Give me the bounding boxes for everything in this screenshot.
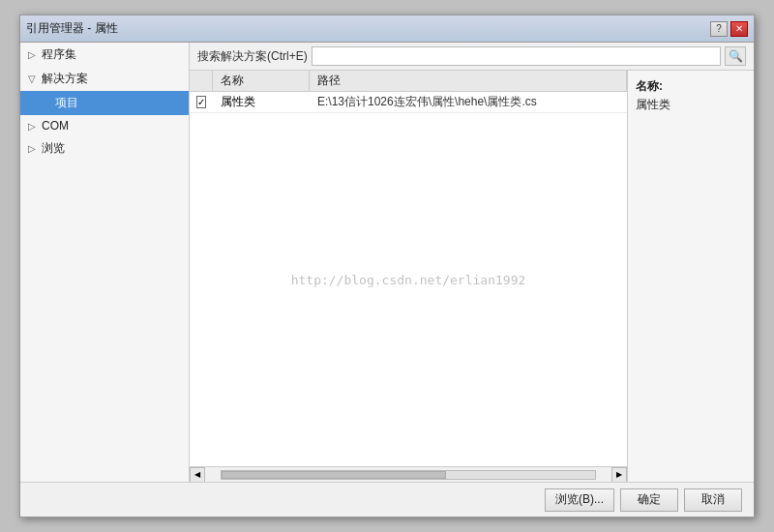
- header-name: 名称: [213, 71, 310, 91]
- watermark: http://blog.csdn.net/erlian1992: [291, 272, 526, 286]
- horizontal-scrollbar[interactable]: ◀ ▶: [190, 466, 627, 482]
- window-title: 引用管理器 - 属性: [26, 20, 118, 37]
- table-header: 名称 路径: [190, 71, 627, 92]
- bottom-bar: 浏览(B)... 确定 取消: [20, 482, 754, 517]
- table-row[interactable]: ✓ 属性类 E:\13信计1026连宏伟\属性\hehe\属性类.cs: [190, 92, 627, 113]
- row-path: E:\13信计1026连宏伟\属性\hehe\属性类.cs: [310, 92, 627, 112]
- close-button[interactable]: ✕: [730, 21, 748, 37]
- tree-label-assemblies: 程序集: [42, 46, 76, 63]
- title-buttons: ? ✕: [710, 21, 748, 37]
- props-name-value: 属性类: [636, 97, 746, 113]
- table-area: 名称 路径 ✓ 属性类 E:\13信计1026连宏伟\属性\hehe\属性类.c…: [190, 71, 628, 482]
- row-name: 属性类: [213, 92, 310, 112]
- arrow-assemblies: ▷: [28, 49, 38, 60]
- row-checkbox[interactable]: ✓: [190, 92, 213, 112]
- search-label: 搜索解决方案(Ctrl+E): [197, 48, 308, 65]
- cancel-button[interactable]: 取消: [684, 488, 742, 512]
- scroll-left-btn[interactable]: ◀: [190, 467, 205, 483]
- search-input[interactable]: [312, 46, 721, 66]
- right-top: 名称 路径 ✓ 属性类 E:\13信计1026连宏伟\属性\hehe\属性类.c…: [190, 71, 754, 482]
- tree-label-browse: 浏览: [42, 140, 65, 157]
- main-window: 引用管理器 - 属性 ? ✕ ▷ 程序集 ▽ 解决方案 项目 ▷ COM: [19, 15, 755, 517]
- arrow-solution: ▽: [28, 74, 38, 84]
- ok-button[interactable]: 确定: [620, 488, 678, 512]
- arrow-com: ▷: [28, 121, 38, 132]
- tree-label-solution: 解决方案: [42, 71, 88, 87]
- properties-panel: 名称: 属性类: [628, 71, 754, 482]
- tree-label-com: COM: [42, 119, 69, 133]
- checkbox-mark: ✓: [196, 96, 206, 108]
- header-path: 路径: [310, 71, 627, 91]
- tree-item-browse[interactable]: ▷ 浏览: [20, 136, 189, 161]
- right-section: 搜索解决方案(Ctrl+E) 🔍 名称 路径: [190, 43, 754, 482]
- tree-item-solution[interactable]: ▽ 解决方案: [20, 67, 189, 91]
- props-name-label: 名称:: [636, 78, 746, 95]
- arrow-browse: ▷: [28, 143, 38, 154]
- question-button[interactable]: ?: [710, 21, 728, 37]
- content-area: ▷ 程序集 ▽ 解决方案 项目 ▷ COM ▷ 浏览: [20, 43, 754, 482]
- tree-item-project[interactable]: 项目: [20, 91, 189, 115]
- search-button[interactable]: 🔍: [725, 46, 746, 66]
- scroll-right-btn[interactable]: ▶: [611, 467, 627, 483]
- search-icon: 🔍: [729, 49, 743, 63]
- scrollbar-track[interactable]: [221, 470, 596, 480]
- search-bar: 搜索解决方案(Ctrl+E) 🔍: [190, 43, 754, 71]
- header-checkbox: [190, 71, 213, 91]
- tree-label-project: 项目: [55, 95, 78, 111]
- table-body: ✓ 属性类 E:\13信计1026连宏伟\属性\hehe\属性类.cs http…: [190, 92, 627, 466]
- tree-item-assemblies[interactable]: ▷ 程序集: [20, 43, 189, 67]
- browse-button[interactable]: 浏览(B)...: [545, 488, 614, 512]
- scrollbar-thumb[interactable]: [222, 471, 446, 479]
- tree-item-com[interactable]: ▷ COM: [20, 115, 189, 136]
- left-panel: ▷ 程序集 ▽ 解决方案 项目 ▷ COM ▷ 浏览: [20, 43, 190, 482]
- title-bar: 引用管理器 - 属性 ? ✕: [20, 15, 754, 43]
